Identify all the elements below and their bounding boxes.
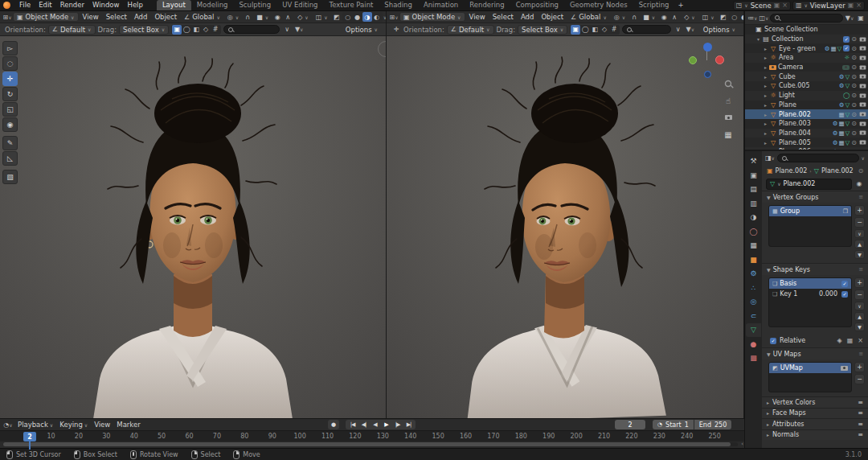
visibility-eye-icon[interactable]: ⊙ [851,64,857,71]
add-vertex-group-button[interactable]: + [854,205,865,216]
shape-keys-header[interactable]: ▼ Shape Keys ≡ [762,264,868,275]
visibility-eye-icon[interactable]: ⊙ [851,45,857,52]
gizmo-neg-z-axis[interactable] [704,71,711,78]
scale-tool[interactable]: ◱ [2,102,18,117]
add-shape-key-button[interactable]: + [854,277,865,288]
datablock-name-field[interactable]: ▽ ∨ Plane.002 [766,179,852,190]
shape-key-value[interactable]: 0.000 [819,290,837,298]
viewport-menu-view[interactable]: View [466,13,489,21]
scroll-arrow-icon[interactable]: ‹ [741,441,743,447]
viewport-menu-select[interactable]: Select [489,13,517,21]
viewport-menu-object[interactable]: Object [151,13,180,21]
workspace-tab-compositing[interactable]: Compositing [510,0,564,10]
prev-keyframe-button[interactable]: ◀| [358,421,369,429]
select-mode-icon-0[interactable]: ▣ [172,25,182,35]
select-mode-icon-1[interactable]: ◯ [580,25,590,35]
properties-search-input[interactable] [777,154,859,162]
perspective-grid-icon[interactable]: ▦ [723,129,734,140]
visibility-eye-icon[interactable]: ⊙ [851,82,857,89]
orientation-selector[interactable]: ∠Default∨ [447,25,494,35]
select-mode-icon-4[interactable]: # [211,25,220,35]
section-menu-icon[interactable]: ≡ [858,194,863,200]
visibility-eye-icon[interactable]: ⊙ [851,120,857,127]
uv-maps-header[interactable]: ▼ UV Maps ≡ [762,348,868,359]
section-menu-icon[interactable]: ≡ [858,266,863,273]
display-mode-icon[interactable]: ◫∨ [759,13,768,23]
viewport-menu-add[interactable]: Add [518,13,537,21]
expand-arrow-icon[interactable]: ▸ [762,112,769,117]
timeline-menu-playback[interactable]: Playback ∨ [14,421,56,429]
workspace-tab-layout[interactable]: Layout [157,0,191,10]
next-keyframe-button[interactable]: |▶ [392,421,403,429]
scene-tab[interactable]: ◑ [746,211,761,224]
expand-arrow-icon[interactable]: ▸ [762,130,769,136]
pivot-point[interactable]: ◎∨ [611,12,628,22]
cursor-tool[interactable]: ◌ [2,56,18,71]
lock-icon[interactable]: ❐ [843,208,848,215]
render-visibility-icon[interactable] [860,103,866,107]
outliner-row-scene-collection[interactable]: ▣Scene Collection [745,25,868,35]
zoom-icon[interactable] [723,78,734,89]
workspace-tab-geometry-nodes[interactable]: Geometry Nodes [564,0,633,10]
outliner-row-cube[interactable]: ▸▽Cube⚙▽⊙ [745,72,868,81]
select-mode-icon-0[interactable]: ▣ [571,25,580,35]
select-mode-icon-4[interactable]: # [609,25,619,35]
move-up-button[interactable]: ▲ [854,312,865,321]
viewport-menu-select[interactable]: Select [103,13,130,21]
new-scene-icon[interactable]: ▣ [774,2,780,9]
transform-orientation[interactable]: ∠Global∨ [567,12,610,22]
editor-type-button[interactable]: ⊞∨ [2,12,12,22]
visibility-eye-icon[interactable]: ⊙ [851,35,857,43]
rotate-tool[interactable]: ↻ [2,87,18,101]
outliner-row-plane-002[interactable]: ▸▽Plane.002▦▽⊙ [745,109,868,119]
move-down-button[interactable]: ▼ [854,322,865,331]
gizmo-y-axis[interactable] [689,56,697,64]
add-workspace-button[interactable]: + [674,0,686,10]
current-frame-field[interactable]: 2 [615,420,645,429]
workspace-tab-texture-paint[interactable]: Texture Paint [324,0,379,10]
visibility-eye-icon[interactable]: ⊙ [851,73,857,80]
snap-magnet-icon[interactable]: ∩ [243,12,252,22]
gizmo-z-axis[interactable] [703,43,712,51]
gizmo-x-axis[interactable] [715,55,724,64]
drag-selector[interactable]: Select Box∨ [119,25,169,35]
play-reverse-button[interactable]: ◀ [370,421,380,429]
move-tool[interactable]: ✛ [2,72,18,86]
viewport-menu-add[interactable]: Add [131,13,150,21]
select-mode-icon-2[interactable]: ◧ [191,25,201,35]
remove-vertex-group-button[interactable]: − [854,217,865,228]
playhead[interactable]: 2 [23,432,36,442]
measure-tool[interactable]: ◺ [2,151,18,166]
timeline-scrollbar[interactable] [3,442,738,446]
snapping[interactable]: ■∨ [253,12,272,22]
workspace-tab-rendering[interactable]: Rendering [464,0,510,10]
outliner-row-light[interactable]: ▸☼Light◯⊙ [745,91,868,101]
assets-dropdown-icon[interactable]: ∨ [282,25,292,35]
checkbox[interactable]: ✓ [843,36,850,43]
visibility-eye-icon[interactable]: ⊙ [851,139,857,146]
jump-to-start-button[interactable]: |◀ [347,421,358,429]
render-camera-icon[interactable] [841,366,848,371]
render-visibility-icon[interactable] [860,112,866,116]
move-up-button[interactable]: ▲ [854,240,865,248]
options-dropdown[interactable]: Options∨ [700,25,739,35]
proportional-editing-icon[interactable]: ◉ [659,12,669,22]
clear-icon[interactable]: × [858,337,863,344]
section-vertex-colors[interactable]: ▸Vertex Colors≡ [762,396,868,408]
move-down-button[interactable]: ▼ [854,250,865,259]
shape-key-item-basis[interactable]: ❑ Basis ✓ [769,278,851,289]
select-mode-icon-3[interactable]: ◇ [600,25,609,35]
outliner-row-area[interactable]: ▸☼Area☼⊙ [745,53,868,63]
workspace-tab-animation[interactable]: Animation [418,0,464,10]
render-visibility-icon[interactable] [860,75,866,79]
editor-type-icon[interactable]: ◨∨ [765,154,775,163]
drag-selector[interactable]: Select Box∨ [518,25,567,35]
particles-tab[interactable]: ∴ [746,281,761,295]
remove-viewlayer-icon[interactable]: × [856,2,862,9]
gizmos[interactable]: ◇∨ [681,12,698,22]
timeline-menu-view[interactable]: View [91,421,113,429]
outliner-row-eye-green[interactable]: ▸▽Eye - green⚙▦▽✓⊙ [745,43,868,53]
editor-type-button[interactable]: ⊞∨ [389,12,399,22]
shading-material-icon[interactable]: ◑ [362,12,372,22]
edit-mode-icon[interactable]: ▦ [847,337,854,344]
